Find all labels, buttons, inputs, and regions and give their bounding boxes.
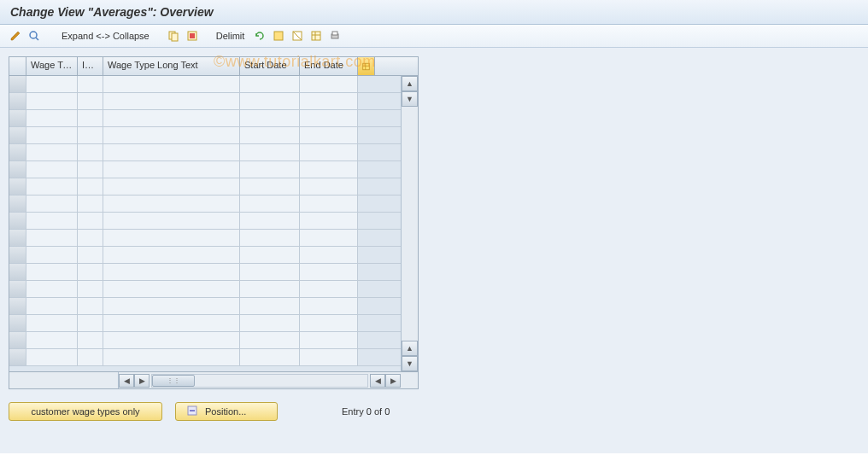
cell-wage-type[interactable] — [26, 230, 78, 246]
cell-inf[interactable] — [78, 213, 103, 229]
cell-wage-type[interactable] — [26, 298, 78, 314]
cell-start-date[interactable] — [240, 247, 300, 263]
cell-start-date[interactable] — [240, 349, 300, 365]
hscroll-left-button[interactable]: ◀ — [119, 374, 134, 388]
cell-long-text[interactable] — [103, 110, 240, 126]
table-row[interactable] — [9, 349, 401, 366]
cell-end-date[interactable] — [300, 298, 358, 314]
table-row[interactable] — [9, 178, 401, 195]
table-row[interactable] — [9, 110, 401, 127]
cell-long-text[interactable] — [103, 332, 240, 348]
cell-inf[interactable] — [78, 247, 103, 263]
scroll-down-button[interactable]: ▼ — [402, 91, 418, 107]
table-row[interactable] — [9, 332, 401, 349]
cell-start-date[interactable] — [240, 161, 300, 178]
table-row[interactable] — [9, 247, 401, 264]
cell-start-date[interactable] — [240, 76, 300, 92]
column-end-date[interactable]: End Date — [300, 57, 358, 75]
cell-start-date[interactable] — [240, 332, 300, 348]
scroll-down-end-button[interactable]: ▼ — [402, 356, 418, 371]
cell-start-date[interactable] — [240, 93, 300, 109]
column-wage-type[interactable]: Wage Ty... — [26, 57, 78, 75]
cell-inf[interactable] — [78, 315, 103, 331]
table-row[interactable] — [9, 298, 401, 315]
hscroll-page-left-button[interactable]: ▶ — [134, 374, 150, 388]
cell-end-date[interactable] — [300, 127, 358, 143]
cell-end-date[interactable] — [300, 213, 358, 229]
cell-end-date[interactable] — [300, 110, 358, 126]
cell-long-text[interactable] — [103, 281, 240, 297]
cell-end-date[interactable] — [300, 264, 358, 280]
scroll-up-end-button[interactable]: ▲ — [402, 341, 418, 356]
row-selector[interactable] — [9, 110, 26, 126]
cell-wage-type[interactable] — [26, 281, 78, 297]
cell-inf[interactable] — [78, 281, 103, 297]
cell-end-date[interactable] — [300, 144, 358, 160]
table-row[interactable] — [9, 93, 401, 110]
cell-inf[interactable] — [78, 93, 103, 109]
cell-inf[interactable] — [78, 110, 103, 126]
cell-start-date[interactable] — [240, 264, 300, 280]
select-block-icon[interactable] — [272, 29, 285, 43]
cell-wage-type[interactable] — [26, 93, 78, 109]
cell-wage-type[interactable] — [26, 195, 78, 212]
customer-wage-types-button[interactable]: customer wage types only — [9, 402, 162, 421]
cell-end-date[interactable] — [300, 178, 358, 195]
cell-end-date[interactable] — [300, 281, 358, 297]
cell-end-date[interactable] — [300, 93, 358, 109]
cell-inf[interactable] — [78, 144, 103, 160]
deselect-icon[interactable] — [290, 29, 304, 43]
column-selector[interactable] — [9, 57, 26, 75]
cell-inf[interactable] — [78, 127, 103, 143]
cell-wage-type[interactable] — [26, 76, 78, 92]
row-selector[interactable] — [9, 76, 26, 92]
cell-long-text[interactable] — [103, 178, 240, 195]
cell-start-date[interactable] — [240, 127, 300, 143]
cell-long-text[interactable] — [103, 161, 240, 178]
cell-wage-type[interactable] — [26, 332, 78, 348]
cell-long-text[interactable] — [103, 315, 240, 331]
row-selector[interactable] — [9, 230, 26, 246]
cell-end-date[interactable] — [300, 195, 358, 212]
cell-long-text[interactable] — [103, 93, 240, 109]
cell-long-text[interactable] — [103, 195, 240, 212]
cell-long-text[interactable] — [103, 230, 240, 246]
hscroll-thumb[interactable]: ⋮⋮ — [152, 375, 195, 387]
cell-end-date[interactable] — [300, 349, 358, 365]
print-icon[interactable] — [328, 29, 342, 43]
row-selector[interactable] — [9, 127, 26, 143]
hscroll-right-button[interactable]: ▶ — [385, 374, 401, 388]
cell-start-date[interactable] — [240, 298, 300, 314]
cell-inf[interactable] — [78, 195, 103, 212]
row-selector[interactable] — [9, 195, 26, 212]
cell-long-text[interactable] — [103, 298, 240, 314]
details-icon[interactable] — [27, 29, 41, 43]
row-selector[interactable] — [9, 247, 26, 263]
cell-start-date[interactable] — [240, 110, 300, 126]
scroll-track[interactable] — [402, 107, 418, 341]
cell-wage-type[interactable] — [26, 349, 78, 365]
hscroll-track[interactable]: ⋮⋮ — [151, 374, 368, 388]
undo-icon[interactable] — [253, 29, 267, 43]
cell-end-date[interactable] — [300, 76, 358, 92]
row-selector[interactable] — [9, 332, 26, 348]
row-selector[interactable] — [9, 349, 26, 365]
table-settings-icon[interactable] — [309, 29, 323, 43]
cell-inf[interactable] — [78, 264, 103, 280]
copy-icon[interactable] — [167, 29, 180, 43]
cell-long-text[interactable] — [103, 349, 240, 365]
row-selector[interactable] — [9, 93, 26, 109]
change-icon[interactable] — [9, 29, 22, 43]
table-row[interactable] — [9, 315, 401, 332]
table-row[interactable] — [9, 161, 401, 178]
row-selector[interactable] — [9, 178, 26, 195]
cell-end-date[interactable] — [300, 161, 358, 178]
cell-start-date[interactable] — [240, 230, 300, 246]
delimit-button[interactable]: Delimit — [213, 31, 249, 41]
cell-end-date[interactable] — [300, 332, 358, 348]
cell-inf[interactable] — [78, 349, 103, 365]
cell-wage-type[interactable] — [26, 110, 78, 126]
column-long-text[interactable]: Wage Type Long Text — [103, 57, 240, 75]
table-row[interactable] — [9, 230, 401, 247]
cell-end-date[interactable] — [300, 230, 358, 246]
